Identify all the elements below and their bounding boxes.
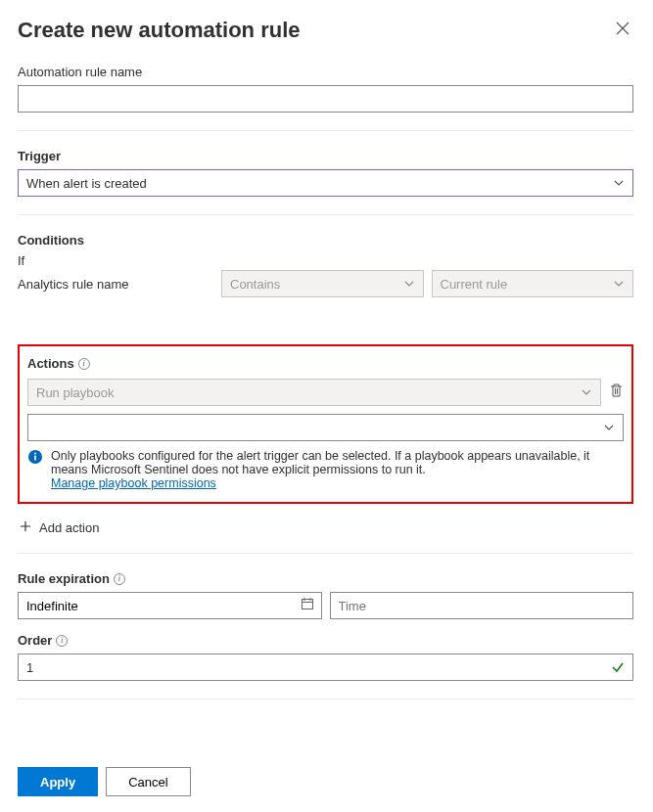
rule-expiration-label: Rule expiration i [18, 571, 633, 586]
chevron-down-icon [613, 177, 625, 189]
condition-operator-text: Contains [230, 277, 280, 292]
trigger-select[interactable]: When alert is created [18, 169, 633, 197]
cancel-button[interactable]: Cancel [106, 767, 190, 796]
order-value: 1 [26, 660, 33, 675]
add-action-button[interactable]: Add action [20, 519, 633, 535]
condition-value-text: Current rule [441, 277, 508, 292]
order-label: Order i [18, 633, 633, 648]
checkmark-icon [611, 660, 625, 674]
svg-point-2 [34, 453, 36, 455]
expiration-date-input[interactable] [18, 592, 322, 619]
close-icon[interactable] [612, 18, 633, 43]
rule-name-input[interactable] [18, 85, 633, 113]
svg-rect-1 [34, 456, 36, 461]
info-icon[interactable]: i [56, 635, 68, 647]
rule-name-label: Automation rule name [18, 65, 633, 79]
info-icon[interactable]: i [114, 573, 125, 585]
add-action-label: Add action [39, 520, 99, 535]
apply-button[interactable]: Apply [18, 767, 98, 796]
trigger-selected-text: When alert is created [26, 176, 147, 191]
manage-permissions-link[interactable]: Manage playbook permissions [51, 476, 216, 490]
actions-info-text: Only playbooks configured for the alert … [51, 449, 589, 476]
plus-icon [20, 519, 31, 535]
actions-label: Actions i [27, 356, 624, 371]
condition-field-label: Analytics rule name [18, 277, 213, 292]
order-select[interactable]: 1 [18, 654, 633, 681]
delete-action-icon[interactable] [609, 383, 624, 402]
trigger-label: Trigger [18, 149, 633, 163]
condition-operator-select[interactable]: Contains [221, 270, 424, 297]
chevron-down-icon [603, 422, 615, 433]
chevron-down-icon [613, 278, 625, 290]
actions-section: Actions i Run playbook [18, 344, 633, 504]
chevron-down-icon [581, 386, 592, 398]
page-title: Create new automation rule [18, 18, 301, 43]
chevron-down-icon [403, 278, 415, 290]
calendar-icon[interactable] [301, 597, 314, 614]
action-type-text: Run playbook [36, 385, 115, 400]
info-icon [27, 449, 43, 490]
conditions-label: Conditions [18, 233, 633, 248]
action-type-select[interactable]: Run playbook [27, 379, 601, 406]
condition-value-select[interactable]: Current rule [432, 270, 634, 297]
expiration-time-input[interactable] [330, 592, 634, 619]
info-icon[interactable]: i [78, 358, 90, 370]
svg-rect-3 [302, 600, 312, 609]
playbook-select[interactable] [27, 414, 624, 441]
conditions-if-text: If [18, 253, 633, 268]
